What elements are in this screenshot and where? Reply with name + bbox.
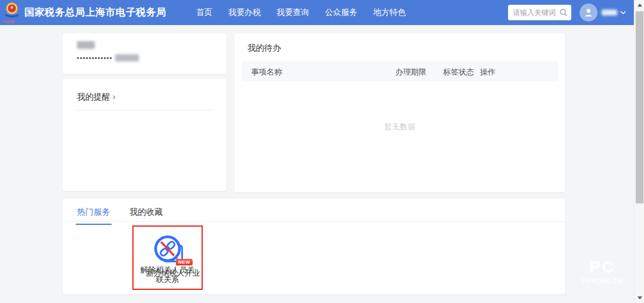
todo-table-header: 事项名称 办理期限 标签状态 操作 <box>242 61 558 81</box>
scroll-up-icon <box>637 4 642 7</box>
scroll-down-icon <box>637 296 642 299</box>
scroll-down-button[interactable] <box>634 293 644 303</box>
logo-caption: 中国税务 <box>3 20 15 24</box>
user-name-redacted <box>602 10 617 16</box>
todo-title: 我的待办 <box>247 43 281 54</box>
profile-card: •••••••••••• <box>63 33 227 74</box>
watermark-logo: PC <box>574 256 631 278</box>
tax-bureau-logo: 中国税务 <box>3 0 21 25</box>
scrollbar-thumb[interactable] <box>636 11 643 203</box>
tab-hot-services[interactable]: 热门服务 <box>76 203 112 225</box>
top-header: 中国税务 国家税务总局上海市电子税务局 首页 我要办税 我要查询 公众服务 地方… <box>0 0 634 25</box>
scroll-up-button[interactable] <box>634 0 644 10</box>
profile-name-redacted <box>77 41 95 49</box>
vertical-scrollbar[interactable] <box>634 0 644 303</box>
chevron-down-icon[interactable] <box>620 10 626 15</box>
reminder-title: 我的提醒 <box>77 92 110 101</box>
nav-item-tax-handling[interactable]: 我要办税 <box>228 7 261 18</box>
profile-masked-id: •••••••••••• <box>77 55 113 61</box>
tab-my-favorites[interactable]: 我的收藏 <box>128 203 164 225</box>
red-highlight-box: 解除相关人员关联关系 <box>132 225 203 290</box>
main-nav: 首页 我要办税 我要查询 公众服务 地方特色 <box>196 7 405 18</box>
service-item-unlink-personnel[interactable]: 解除相关人员关联关系 <box>134 234 202 285</box>
watermark-text: PHPCMS.CN <box>574 278 631 285</box>
profile-id-redacted <box>115 54 139 61</box>
reminder-card: 我的提醒› <box>63 79 227 191</box>
user-avatar[interactable] <box>580 4 597 21</box>
reminder-divider <box>76 110 213 110</box>
unlink-icon <box>153 234 182 264</box>
service-label-unlink-personnel: 解除相关人员关联关系 <box>139 265 196 285</box>
empty-state-text: 暂无数据 <box>234 122 565 132</box>
todo-card: 我的待办 事项名称 办理期限 标签状态 操作 暂无数据 <box>234 33 565 192</box>
column-deadline: 办理期限 <box>395 67 426 78</box>
column-item-name: 事项名称 <box>251 67 282 78</box>
site-title: 国家税务总局上海市电子税务局 <box>24 6 166 19</box>
nav-item-home[interactable]: 首页 <box>196 7 212 18</box>
nav-item-inquiry[interactable]: 我要查询 <box>277 7 309 18</box>
search-icon[interactable] <box>559 8 568 17</box>
search-box <box>508 5 571 20</box>
services-card: 热门服务 我的收藏 NEW 新办纳税人开业 <box>63 199 565 294</box>
phpcms-watermark: PC PHPCMS.CN <box>574 256 631 293</box>
reminder-chevron-icon: › <box>113 92 116 101</box>
person-icon <box>583 7 594 18</box>
nav-item-local-features[interactable]: 地方特色 <box>373 7 405 18</box>
column-actions: 操作 <box>480 67 496 78</box>
profile-id-row: •••••••••••• <box>77 54 139 61</box>
services-tabs: 热门服务 我的收藏 <box>76 203 164 225</box>
column-tag-status: 标签状态 <box>443 67 474 78</box>
tax-emblem-icon <box>4 2 20 20</box>
nav-item-public-service[interactable]: 公众服务 <box>325 7 357 18</box>
reminder-link[interactable]: 我的提醒› <box>77 92 116 103</box>
